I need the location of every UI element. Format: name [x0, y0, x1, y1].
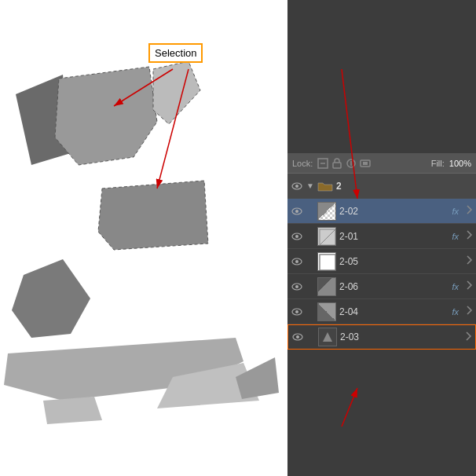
layer-thumb-2-06: [317, 277, 336, 296]
layer-thumb-2-02: [317, 202, 336, 221]
layer-name-2-02: 2-02: [339, 206, 449, 217]
group-layer-row[interactable]: ▼ 2: [287, 174, 476, 199]
layer-row-2-06[interactable]: 2-06 fx: [287, 274, 476, 299]
layer-thumb-2-04: [317, 302, 336, 321]
eye-icon[interactable]: [291, 180, 303, 192]
svg-rect-18: [363, 162, 368, 165]
layer-thumb-2-03: [318, 328, 337, 346]
fx-label-2-06: fx: [452, 282, 459, 291]
eye-icon-2-04[interactable]: [291, 306, 303, 318]
layer-row-2-02[interactable]: 2-02 fx: [287, 199, 476, 224]
layer-name-2-03: 2-03: [340, 331, 458, 342]
lock-icon-4[interactable]: [360, 158, 371, 169]
svg-marker-11: [43, 397, 102, 424]
eye-icon-2-03[interactable]: [291, 331, 304, 343]
layer-row-2-04[interactable]: 2-04 fx: [287, 299, 476, 324]
svg-line-26: [320, 229, 335, 245]
svg-marker-1: [55, 67, 157, 165]
eye-icon-2-05[interactable]: [291, 255, 303, 268]
layers-panel: Lock: Fill: 100%: [287, 0, 476, 476]
svg-point-22: [295, 210, 298, 213]
svg-marker-7: [12, 259, 90, 338]
svg-point-35: [296, 335, 299, 339]
chevron-right-icon-4: [465, 280, 473, 291]
group-layer-name: 2: [336, 181, 473, 192]
fx-label-2-02: fx: [452, 207, 459, 216]
layer-row-2-03[interactable]: 2-03: [287, 324, 476, 350]
svg-point-20: [295, 185, 298, 188]
svg-marker-3: [153, 61, 200, 124]
layer-name-2-05: 2-05: [339, 256, 459, 267]
svg-point-31: [295, 285, 298, 288]
canvas-area: [0, 0, 283, 476]
folder-icon: [317, 180, 333, 192]
svg-rect-14: [333, 163, 341, 168]
layer-thumb-2-05: [317, 252, 336, 271]
lock-icon-1[interactable]: [317, 158, 328, 169]
svg-point-24: [295, 235, 298, 238]
layer-row-2-05[interactable]: 2-05: [287, 249, 476, 274]
lock-label: Lock:: [292, 159, 313, 168]
chevron-right-icon-5: [465, 305, 473, 316]
svg-point-28: [295, 260, 298, 263]
chevron-right-icon-2: [465, 229, 473, 240]
eye-icon-2-01[interactable]: [291, 230, 303, 243]
layer-name-2-04: 2-04: [339, 306, 449, 317]
eye-icon-2-02[interactable]: [291, 205, 303, 218]
layer-thumb-2-01: [317, 227, 336, 246]
eye-icon-2-06[interactable]: [291, 280, 303, 293]
expand-arrow[interactable]: ▼: [306, 181, 314, 190]
svg-point-33: [295, 310, 298, 313]
lock-icon-3[interactable]: [346, 158, 357, 169]
svg-rect-29: [320, 254, 335, 270]
fx-label-2-01: fx: [452, 232, 459, 241]
chevron-right-icon: [465, 204, 473, 215]
svg-marker-5: [98, 181, 208, 250]
chevron-right-icon-3: [465, 254, 473, 265]
layers-panel-header: Lock: Fill: 100%: [287, 153, 476, 174]
fx-label-2-04: fx: [452, 307, 459, 317]
layer-name-2-06: 2-06: [339, 281, 449, 292]
layer-row-2-01[interactable]: 2-01 fx: [287, 224, 476, 249]
fill-label: Fill: 100%: [431, 159, 471, 168]
chevron-right-icon-6: [464, 331, 472, 342]
selection-annotation-label: Selection: [148, 43, 203, 63]
layer-name-2-01: 2-01: [339, 231, 449, 242]
lock-icon-2[interactable]: [331, 158, 342, 169]
lock-icons: [317, 158, 371, 169]
svg-marker-36: [323, 332, 332, 342]
